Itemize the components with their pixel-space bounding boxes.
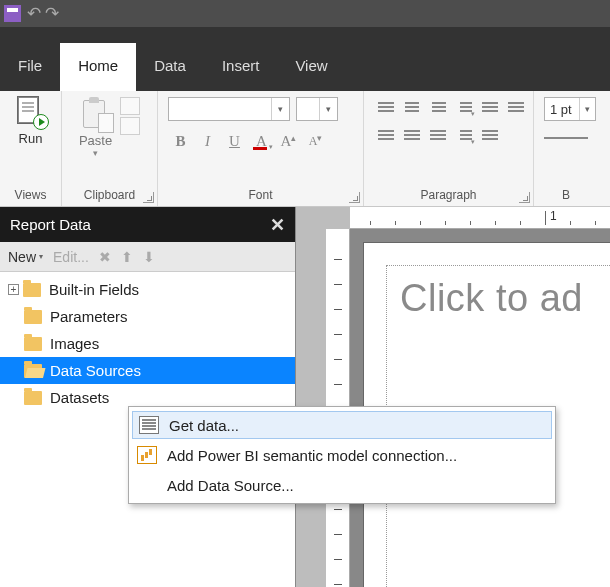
align-left-button[interactable] [374,97,398,119]
tab-data[interactable]: Data [136,43,204,91]
dialog-launcher-icon[interactable] [143,192,154,203]
tab-file[interactable]: File [0,43,60,91]
menu-bar: File Home Data Insert View [0,43,610,91]
ribbon-group-views: Run Views [0,91,62,206]
run-label: Run [19,131,43,146]
tree-item-images[interactable]: Images [0,330,295,357]
edit-button: Edit... [53,249,89,265]
delete-icon[interactable]: ✖ [99,249,111,265]
panel-toolbar: New ▾ Edit... ✖ ⬆ ⬇ [0,242,295,272]
paste-icon [81,97,111,131]
ruler-number: 1 [550,209,557,223]
font-size-combo[interactable]: ▾ [296,97,338,121]
tree-item-parameters[interactable]: Parameters [0,303,295,330]
chevron-down-icon: ▾ [39,252,43,261]
shrink-font-button[interactable]: A▾ [303,129,328,153]
group-label-border: B [544,185,606,204]
increase-indent-button[interactable] [504,97,528,119]
group-label-clipboard: Clipboard [72,185,147,204]
ribbon-group-clipboard: Paste ▾ Clipboard [62,91,158,206]
ribbon-group-paragraph: ▾ ▾ Paragraph [364,91,534,206]
tree-label: Parameters [50,308,128,325]
tree-item-data-sources[interactable]: Data Sources [0,357,295,384]
tab-view[interactable]: View [277,43,345,91]
move-down-icon[interactable]: ⬇ [143,249,155,265]
folder-icon [24,337,42,351]
tab-insert[interactable]: Insert [204,43,278,91]
new-button[interactable]: New ▾ [8,249,43,265]
menu-item-label: Add Power BI semantic model connection..… [167,447,457,464]
tree-label: Built-in Fields [49,281,139,298]
grow-font-button[interactable]: A▴ [276,129,301,153]
tree-item-built-in-fields[interactable]: + Built-in Fields [0,276,295,303]
group-label-paragraph: Paragraph [374,185,523,204]
folder-icon [24,391,42,405]
paste-label: Paste [79,133,112,148]
move-up-icon[interactable]: ⬆ [121,249,133,265]
main-area: Report Data ✕ New ▾ Edit... ✖ ⬆ ⬇ + Buil… [0,207,610,587]
chevron-down-icon: ▾ [579,98,595,120]
panel-title: Report Data [10,216,91,233]
redo-icon[interactable]: ↷ [45,3,59,24]
run-button[interactable]: Run [12,97,50,146]
folder-icon [24,310,42,324]
menu-item-add-powerbi[interactable]: Add Power BI semantic model connection..… [131,440,553,470]
paste-button[interactable]: Paste ▾ [79,97,112,158]
tree-label: Data Sources [50,362,141,379]
numbering-button[interactable]: ▾ [452,125,476,147]
group-label-views: Views [10,185,51,204]
tree-label: Images [50,335,99,352]
align-middle-button[interactable] [400,125,424,147]
line-spacing-button[interactable] [478,125,502,147]
align-top-button[interactable] [374,125,398,147]
font-family-combo[interactable]: ▾ [168,97,290,121]
ribbon: Run Views Paste ▾ Clipboard ▾ ▾ [0,91,610,207]
bold-button[interactable]: B [168,129,193,153]
title-bar: ↶ ↷ [0,0,610,27]
align-center-button[interactable] [400,97,424,119]
copy-icon[interactable] [120,117,140,135]
border-width-combo[interactable]: 1 pt ▾ [544,97,596,121]
powerbi-icon [137,446,157,464]
italic-button[interactable]: I [195,129,220,153]
report-data-panel: Report Data ✕ New ▾ Edit... ✖ ⬆ ⬇ + Buil… [0,207,296,587]
dialog-launcher-icon[interactable] [349,192,360,203]
canvas-area: 1 Click to ad [296,207,610,587]
context-menu: Get data... Add Power BI semantic model … [128,406,556,504]
decrease-indent-button[interactable] [478,97,502,119]
save-icon[interactable] [4,5,21,22]
blank-icon [137,476,157,494]
group-label-font: Font [168,185,353,204]
ribbon-group-border: 1 pt ▾ B [534,91,610,206]
menu-item-add-data-source[interactable]: Add Data Source... [131,470,553,500]
close-icon[interactable]: ✕ [270,214,285,236]
menu-item-label: Add Data Source... [167,477,294,494]
font-color-button[interactable]: A▾ [249,129,274,153]
expand-icon[interactable]: + [8,284,19,295]
new-label: New [8,249,36,265]
run-icon [16,97,46,127]
align-right-button[interactable] [426,97,450,119]
underline-button[interactable]: U [222,129,247,153]
border-style-button[interactable] [544,127,588,149]
panel-header: Report Data ✕ [0,207,295,242]
menu-item-label: Get data... [169,417,239,434]
cut-icon[interactable] [120,97,140,115]
folder-icon [23,283,41,297]
bullets-button[interactable]: ▾ [452,97,476,119]
ribbon-group-font: ▾ ▾ B I U A▾ A▴ A▾ Font [158,91,364,206]
undo-icon[interactable]: ↶ [27,3,41,24]
get-data-icon [139,416,159,434]
dialog-launcher-icon[interactable] [519,192,530,203]
tab-home[interactable]: Home [60,43,136,91]
menu-item-get-data[interactable]: Get data... [132,411,552,439]
align-bottom-button[interactable] [426,125,450,147]
horizontal-ruler: 1 [350,207,610,229]
border-width-value: 1 pt [550,102,572,117]
chevron-down-icon: ▾ [271,98,289,120]
chevron-down-icon: ▾ [319,98,337,120]
title-placeholder[interactable]: Click to ad [400,277,583,320]
folder-open-icon [24,364,42,378]
chevron-down-icon: ▾ [93,148,98,158]
tree-label: Datasets [50,389,109,406]
